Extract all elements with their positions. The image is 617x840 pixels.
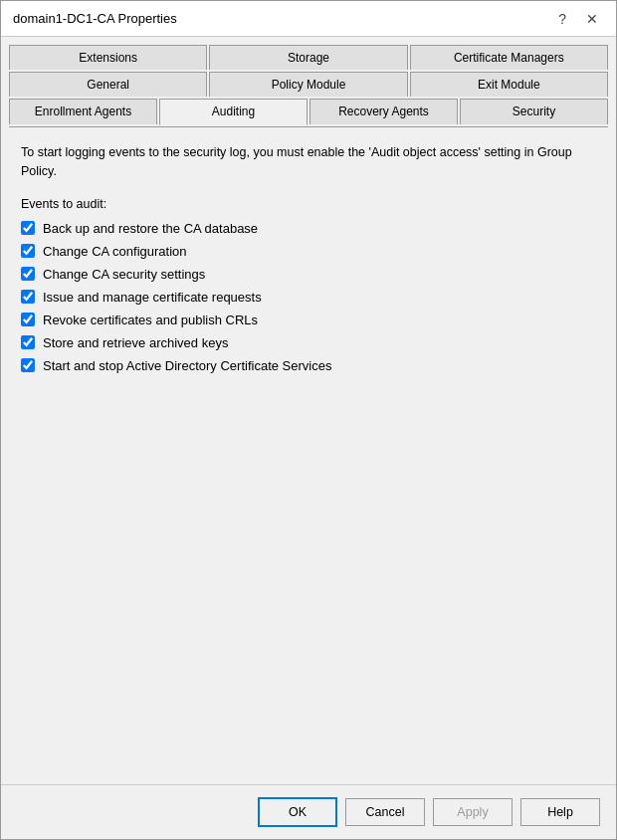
checkbox-7[interactable] [21,358,35,372]
checkbox-4[interactable] [21,290,35,304]
tab-recovery-agents[interactable]: Recovery Agents [309,99,458,124]
tab-extensions[interactable]: Extensions [9,45,207,70]
tab-row-2: General Policy Module Exit Module [9,72,608,97]
tab-row-3: Enrollment Agents Auditing Recovery Agen… [9,99,608,124]
checkbox-item-4: Issue and manage certificate requests [21,290,596,305]
checkbox-item-5: Revoke certificates and publish CRLs [21,313,596,327]
checkbox-item-2: Change CA configuration [21,244,596,259]
cancel-button[interactable]: Cancel [345,798,425,826]
checkbox-1[interactable] [21,221,35,235]
checkbox-5[interactable] [21,313,35,326]
window-title: domain1-DC1-CA Properties [13,11,177,26]
title-bar-right: ? ✕ [552,9,604,29]
tab-storage[interactable]: Storage [209,45,407,70]
checkbox-item-1: Back up and restore the CA database [21,221,596,236]
tab-certificate-managers[interactable]: Certificate Managers [410,45,608,70]
tab-policy-module[interactable]: Policy Module [209,72,407,97]
checkbox-6[interactable] [21,335,35,349]
checkbox-item-6: Store and retrieve archived keys [21,335,596,350]
title-bar-left: domain1-DC1-CA Properties [13,11,177,26]
ok-button[interactable]: OK [258,797,337,827]
checkbox-1-label: Back up and restore the CA database [43,221,258,236]
content-area: To start logging events to the security … [1,127,616,784]
tab-security[interactable]: Security [460,99,608,124]
checkbox-item-3: Change CA security settings [21,267,596,282]
checkbox-3[interactable] [21,267,35,281]
checkbox-2-label: Change CA configuration [43,244,187,259]
help-btn-bar[interactable]: Help [520,798,600,826]
title-bar: domain1-DC1-CA Properties ? ✕ [1,1,616,37]
apply-button[interactable]: Apply [433,798,513,826]
tab-exit-module[interactable]: Exit Module [410,72,608,97]
checkbox-5-label: Revoke certificates and publish CRLs [43,313,258,327]
checkbox-4-label: Issue and manage certificate requests [43,290,262,305]
info-text: To start logging events to the security … [21,143,596,181]
checkbox-item-7: Start and stop Active Directory Certific… [21,358,596,373]
checkbox-7-label: Start and stop Active Directory Certific… [43,358,331,373]
events-label: Events to audit: [21,197,596,211]
tabs-container: Extensions Storage Certificate Managers … [1,37,616,127]
button-bar: OK Cancel Apply Help [1,784,616,839]
help-button[interactable]: ? [552,9,572,29]
tab-auditing[interactable]: Auditing [159,99,308,125]
tab-row-1: Extensions Storage Certificate Managers [9,45,608,70]
close-button[interactable]: ✕ [580,9,604,29]
dialog-window: domain1-DC1-CA Properties ? ✕ Extensions… [0,0,617,840]
checkbox-list: Back up and restore the CA database Chan… [21,221,596,373]
checkbox-2[interactable] [21,244,35,258]
checkbox-3-label: Change CA security settings [43,267,205,282]
checkbox-6-label: Store and retrieve archived keys [43,335,228,350]
tab-enrollment-agents[interactable]: Enrollment Agents [9,99,157,124]
tab-general[interactable]: General [9,72,207,97]
